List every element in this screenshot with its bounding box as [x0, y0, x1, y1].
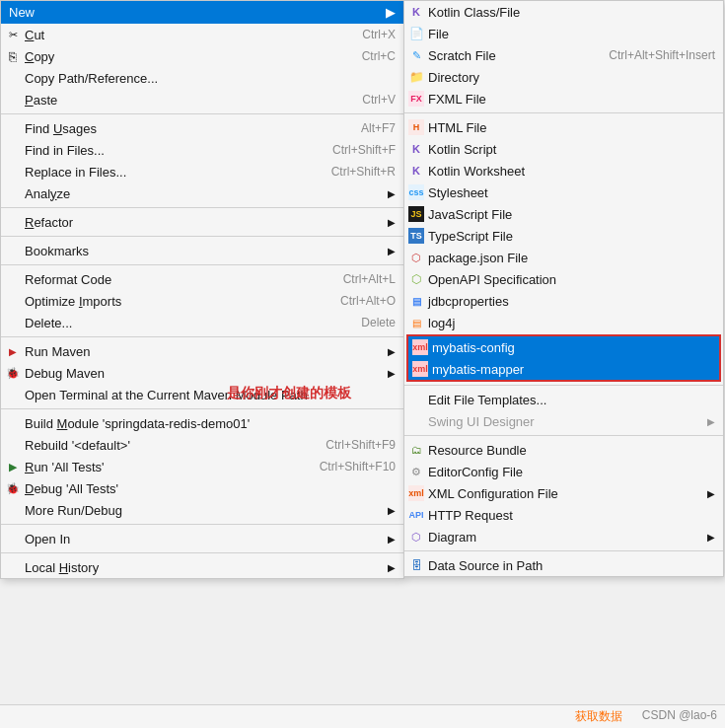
- run-all-label: Run 'All Tests': [25, 460, 105, 474]
- bookmarks-label: Bookmarks: [25, 244, 89, 258]
- open-in-item[interactable]: Open In ▶: [1, 528, 403, 549]
- diagram-item[interactable]: ⬡ Diagram ▶: [404, 526, 723, 547]
- diagram-label: Diagram: [428, 530, 476, 545]
- sep2: [1, 207, 403, 208]
- bottom-right-text: CSDN @lao-6: [642, 708, 717, 725]
- refactor-arrow: ▶: [368, 217, 396, 228]
- directory-item[interactable]: 📁 Directory: [404, 66, 723, 88]
- build-module-item[interactable]: Build Module 'springdata-redis-demo01': [1, 412, 403, 434]
- copy-path-label: Copy Path/Reference...: [25, 71, 158, 86]
- kotlin-class-item[interactable]: K Kotlin Class/File: [404, 1, 723, 23]
- diagram-icon: ⬡: [408, 529, 424, 545]
- debug-all-item[interactable]: 🐞 Debug 'All Tests': [1, 477, 403, 499]
- refactor-item[interactable]: Refactor ▶: [1, 211, 403, 233]
- ts-item[interactable]: TS TypeScript File: [404, 225, 723, 247]
- reformat-shortcut: Ctrl+Alt+L: [324, 272, 396, 286]
- fxml-label: FXML File: [428, 92, 486, 107]
- directory-icon: 📁: [408, 69, 424, 85]
- bottom-left-text: 获取数据: [575, 708, 622, 725]
- find-usages-label: Find Usages: [25, 121, 97, 136]
- mybatis-config-item[interactable]: xml mybatis-config: [408, 336, 719, 358]
- reformat-label: Reformat Code: [25, 272, 111, 287]
- new-menu-title: New: [9, 5, 35, 20]
- sep5: [1, 336, 403, 337]
- jdbc-item[interactable]: ▤ jdbcproperties: [404, 290, 723, 312]
- mybatis-config-icon: xml: [412, 339, 428, 355]
- run-maven-label: Run Maven: [25, 344, 90, 359]
- kotlin-script-item[interactable]: K Kotlin Script: [404, 138, 723, 160]
- pkg-json-item[interactable]: ⬡ package.json File: [404, 247, 723, 268]
- js-item[interactable]: JS JavaScript File: [404, 203, 723, 225]
- fxml-item[interactable]: FX FXML File: [404, 88, 723, 109]
- ts-label: TypeScript File: [428, 229, 513, 244]
- right-sep4: [404, 550, 723, 551]
- build-module-label: Build Module 'springdata-redis-demo01': [25, 416, 250, 431]
- edit-templates-item[interactable]: Edit File Templates...: [404, 389, 723, 410]
- right-sep2: [404, 385, 723, 386]
- kotlin-worksheet-item[interactable]: K Kotlin Worksheet: [404, 160, 723, 182]
- run-all-item[interactable]: ▶ Run 'All Tests' Ctrl+Shift+F10: [1, 456, 403, 477]
- jdbc-label: jdbcproperties: [428, 294, 509, 309]
- html-label: HTML File: [428, 120, 486, 135]
- scratch-file-item[interactable]: ✎ Scratch File Ctrl+Alt+Shift+Insert: [404, 44, 723, 66]
- log4j-item[interactable]: ▤ log4j: [404, 312, 723, 333]
- cut-item[interactable]: ✂ Cut Ctrl+X: [1, 24, 403, 45]
- datasource-item[interactable]: 🗄 Data Source in Path: [404, 554, 723, 576]
- openapi-label: OpenAPI Specification: [428, 272, 556, 287]
- left-menu: New ▶ ✂ Cut Ctrl+X ⎘ Copy Ctrl+C Copy Pa…: [0, 0, 404, 579]
- refactor-label: Refactor: [25, 215, 73, 230]
- xml-config-label: XML Configuration File: [428, 486, 558, 501]
- analyze-item[interactable]: Analyze ▶: [1, 182, 403, 204]
- mybatis-mapper-item[interactable]: xml mybatis-mapper: [408, 358, 719, 380]
- copy-label: Copy: [25, 49, 54, 64]
- swing-designer-item[interactable]: Swing UI Designer ▶: [404, 410, 723, 432]
- kotlin-script-icon: K: [408, 141, 424, 157]
- datasource-label: Data Source in Path: [428, 558, 543, 573]
- optimize-item[interactable]: Optimize Imports Ctrl+Alt+O: [1, 290, 403, 312]
- rebuild-item[interactable]: Rebuild '<default>' Ctrl+Shift+F9: [1, 434, 403, 456]
- pkg-json-label: package.json File: [428, 251, 528, 265]
- html-item[interactable]: H HTML File: [404, 116, 723, 138]
- stylesheet-label: Stylesheet: [428, 185, 488, 200]
- pkg-json-icon: ⬡: [408, 250, 424, 265]
- local-history-item[interactable]: Local History ▶: [1, 556, 403, 578]
- replace-in-files-item[interactable]: Replace in Files... Ctrl+Shift+R: [1, 161, 403, 182]
- resource-bundle-item[interactable]: 🗂 Resource Bundle: [404, 439, 723, 461]
- delete-item[interactable]: Delete... Delete: [1, 312, 403, 333]
- run-all-icon: ▶: [5, 459, 21, 474]
- editorconfig-item[interactable]: ⚙ EditorConfig File: [404, 461, 723, 482]
- stylesheet-item[interactable]: css Stylesheet: [404, 182, 723, 203]
- find-in-files-label: Find in Files...: [25, 143, 105, 158]
- openapi-item[interactable]: ⬡ OpenAPI Specification: [404, 268, 723, 290]
- delete-label: Delete...: [25, 316, 72, 330]
- find-in-files-item[interactable]: Find in Files... Ctrl+Shift+F: [1, 139, 403, 161]
- more-run-item[interactable]: More Run/Debug ▶: [1, 499, 403, 521]
- right-menu: K Kotlin Class/File 📄 File ✎ Scratch Fil…: [403, 0, 724, 577]
- paste-item[interactable]: Paste Ctrl+V: [1, 89, 403, 110]
- kotlin-class-label: Kotlin Class/File: [428, 5, 520, 20]
- paste-shortcut: Ctrl+V: [342, 93, 396, 107]
- debug-maven-item[interactable]: 🐞 Debug Maven ▶: [1, 362, 403, 384]
- http-request-item[interactable]: API HTTP Request: [404, 504, 723, 526]
- file-item[interactable]: 📄 File: [404, 23, 723, 44]
- mybatis-mapper-icon: xml: [412, 361, 428, 377]
- open-terminal-item[interactable]: Open Terminal at the Current Maven Modul…: [1, 384, 403, 405]
- right-sep3: [404, 435, 723, 436]
- edit-templates-label: Edit File Templates...: [428, 393, 546, 407]
- rebuild-shortcut: Ctrl+Shift+F9: [306, 438, 396, 452]
- more-run-arrow: ▶: [368, 505, 396, 516]
- copy-shortcut: Ctrl+C: [342, 49, 396, 63]
- cut-shortcut: Ctrl+X: [342, 28, 396, 41]
- find-usages-item[interactable]: Find Usages Alt+F7: [1, 117, 403, 139]
- sep3: [1, 236, 403, 237]
- resource-bundle-icon: 🗂: [408, 442, 424, 458]
- log4j-icon: ▤: [408, 315, 424, 330]
- mybatis-config-label: mybatis-config: [432, 340, 515, 355]
- copy-item[interactable]: ⎘ Copy Ctrl+C: [1, 45, 403, 67]
- xml-config-item[interactable]: xml XML Configuration File ▶: [404, 482, 723, 504]
- kotlin-worksheet-icon: K: [408, 163, 424, 179]
- copy-path-item[interactable]: Copy Path/Reference...: [1, 67, 403, 89]
- bookmarks-item[interactable]: Bookmarks ▶: [1, 240, 403, 261]
- reformat-item[interactable]: Reformat Code Ctrl+Alt+L: [1, 268, 403, 290]
- run-maven-item[interactable]: ▶ Run Maven ▶: [1, 340, 403, 362]
